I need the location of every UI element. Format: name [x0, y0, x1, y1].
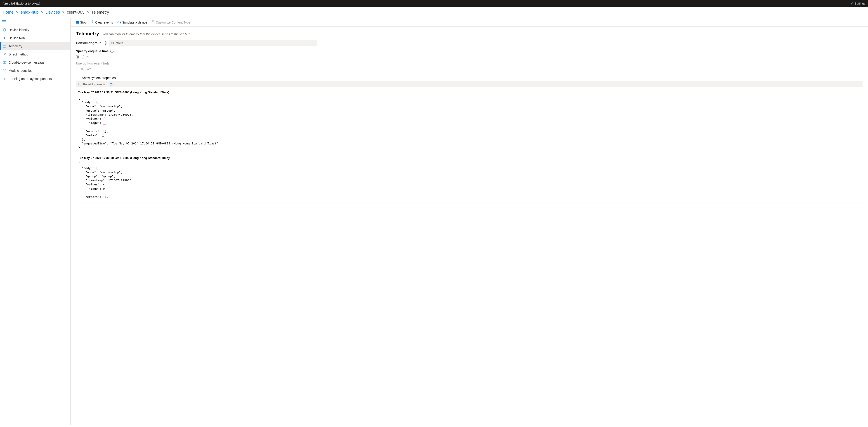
chevron-right-icon: >	[41, 10, 43, 15]
sidebar-item-label: Device identity	[8, 28, 29, 32]
sidebar-item-label: Device twin	[8, 36, 25, 40]
show-system-properties-label: Show system properties	[82, 76, 116, 80]
svg-rect-4	[4, 29, 5, 31]
app-title: Azure IoT Explorer (preview)	[3, 2, 40, 5]
enqueue-time-value: No	[86, 55, 90, 59]
event-body: { "body": { "node": "modbus-tcp", "group…	[78, 162, 863, 199]
show-system-properties-checkbox[interactable]	[76, 76, 80, 80]
direct-method-icon	[3, 53, 6, 56]
breadcrumb: Home > emqx-hub > Devices > client-005 >…	[0, 7, 868, 18]
sidebar-item-cloud-to-device[interactable]: Cloud-to-device message	[0, 58, 70, 66]
chevron-right-icon: >	[62, 10, 65, 15]
gear-icon	[850, 2, 853, 5]
telemetry-event: Tue May 07 2024 17:30:30 GMT+0800 (Hong …	[76, 156, 863, 202]
svg-rect-7	[3, 45, 6, 47]
status-text: Receiving events...	[83, 83, 108, 86]
builtin-hub-toggle	[76, 67, 84, 71]
chevron-right-icon: >	[16, 10, 18, 15]
settings-button[interactable]: Settings	[850, 2, 865, 5]
spinner-icon	[110, 83, 113, 86]
sidebar-item-direct-method[interactable]: Direct method	[0, 50, 70, 58]
sidebar-item-module-identities[interactable]: Module identities	[0, 66, 70, 75]
sidebar-item-label: Cloud-to-device message	[8, 61, 44, 64]
sidebar-item-iot-pnp[interactable]: IoT Plug and Play components	[0, 75, 70, 83]
customize-content-type-button: Customize Content Type	[152, 20, 190, 24]
svg-point-0	[851, 3, 852, 4]
plug-icon	[3, 77, 6, 81]
titlebar: Azure IoT Explorer (preview) Settings	[0, 0, 868, 7]
svg-rect-5	[3, 37, 4, 39]
device-identity-icon	[3, 28, 6, 32]
sidebar-item-label: Direct method	[8, 53, 28, 56]
breadcrumb-devices[interactable]: Devices	[45, 10, 60, 15]
builtin-hub-label: Use built-in event hub	[76, 62, 863, 65]
toolbar: Stop Clear events { } Simulate a device …	[70, 18, 868, 27]
events-list: Tue May 07 2024 17:30:31 GMT+0800 (Hong …	[76, 91, 863, 202]
telemetry-event: Tue May 07 2024 17:30:31 GMT+0800 (Hong …	[76, 91, 863, 153]
builtin-hub-value: Yes	[86, 67, 92, 71]
clear-events-button[interactable]: Clear events	[91, 20, 113, 24]
sidebar-item-device-twin[interactable]: Device twin	[0, 34, 70, 42]
info-icon: i	[78, 83, 82, 86]
svg-rect-12	[76, 21, 79, 24]
hamburger-button[interactable]	[0, 18, 70, 26]
mail-icon	[3, 61, 6, 64]
breadcrumb-home[interactable]: Home	[3, 10, 13, 15]
device-twin-icon	[3, 36, 6, 40]
info-icon[interactable]: i	[110, 50, 114, 53]
sidebar-item-telemetry[interactable]: Telemetry	[0, 42, 70, 50]
simulate-device-button[interactable]: { } Simulate a device	[117, 21, 147, 24]
event-timestamp: Tue May 07 2024 17:30:31 GMT+0800 (Hong …	[78, 91, 863, 94]
trash-icon	[91, 20, 94, 24]
upload-icon	[152, 20, 154, 24]
event-timestamp: Tue May 07 2024 17:30:30 GMT+0800 (Hong …	[78, 156, 863, 160]
sidebar-item-label: Module identities	[8, 69, 32, 73]
page-title: Telemetry	[76, 31, 99, 37]
braces-icon: { }	[117, 21, 121, 24]
status-bar: i Receiving events...	[76, 81, 863, 87]
divider	[76, 74, 863, 74]
consumer-group-input[interactable]	[109, 40, 317, 46]
svg-rect-6	[4, 37, 6, 39]
main-content: Stop Clear events { } Simulate a device …	[70, 18, 868, 425]
breadcrumb-page: Telemetry	[91, 10, 109, 15]
sidebar-item-label: IoT Plug and Play components	[8, 77, 52, 81]
consumer-group-label: Consumer group	[76, 41, 101, 45]
info-icon[interactable]: i	[104, 41, 107, 45]
sidebar: Device identity Device twin Telemetry Di…	[0, 18, 70, 425]
stop-button[interactable]: Stop	[76, 21, 87, 24]
telemetry-icon	[3, 45, 6, 48]
stop-icon	[76, 21, 79, 24]
module-identities-icon	[3, 69, 6, 73]
breadcrumb-device: client-005	[67, 10, 85, 15]
event-body: { "body": { "node": "modbus-tcp", "group…	[78, 96, 863, 150]
chevron-right-icon: >	[87, 10, 89, 15]
enqueue-time-toggle[interactable]	[76, 55, 84, 59]
breadcrumb-hub[interactable]: emqx-hub	[21, 10, 39, 15]
enqueue-time-label: Specify enqueue time i	[76, 49, 863, 53]
sidebar-item-label: Telemetry	[8, 45, 22, 48]
sidebar-item-device-identity[interactable]: Device identity	[0, 26, 70, 34]
page-subtitle: You can monitor telemetry that the devic…	[102, 32, 190, 36]
